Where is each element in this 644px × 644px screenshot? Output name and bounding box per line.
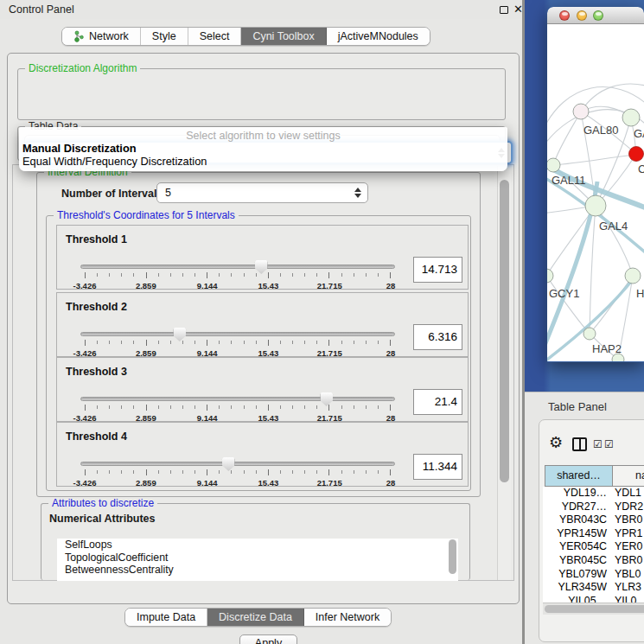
tab-label: Network [89,30,129,42]
application-window: Control Panel ✕ Network Style [0,0,644,644]
cell-shared-name: YBR045C [543,554,612,568]
cell-shared-name: YIL05… [543,595,612,603]
gear-icon[interactable]: ⚙ [549,435,563,450]
tab-impute-data[interactable]: Impute Data [125,609,207,626]
zoom-window-icon[interactable] [593,10,603,21]
tab-jactivemnodules[interactable]: jActiveMNodules [327,28,430,45]
panel-title: Control Panel [9,3,74,16]
settings-scrollpane: Interval Definition Number of Intervals … [12,164,514,581]
column-header-shared-name[interactable]: shared… [545,465,612,487]
threshold-2-panel: Threshold 2 -3.4262.8599.14415.4321.7152… [56,292,469,357]
table-row[interactable]: YLR345WYLR3 [543,581,644,595]
table-row[interactable]: YBL079WYBL0 [543,568,644,582]
node-gal4 [585,195,606,216]
tab-cyni-toolbox[interactable]: Cyni Toolbox [241,28,326,45]
bottom-tabstrip: Impute Data Discretize Data Infer Networ… [124,608,392,627]
horizontal-scrollbar-thumb[interactable] [545,605,644,613]
slider-track[interactable] [80,332,395,336]
threshold-value-field[interactable]: 21.4 [413,389,462,415]
numerical-attributes-label: Numerical Attributes [49,513,155,525]
threshold-1-slider[interactable]: -3.4262.8599.14415.4321.71528 [80,261,395,290]
horizontal-scrollbar-track[interactable] [543,603,644,615]
node-gal80 [573,104,589,119]
checkbox-icon[interactable]: ☑ [604,438,614,450]
cell-name: YBL0 [612,568,644,582]
node-h [625,268,641,284]
column-header-name[interactable]: na [612,465,644,487]
cyni-toolbox-content: Discretization Algorithm Select algorith… [7,53,520,604]
cell-shared-name: YBL079W [543,568,612,582]
node-label-gal11: GAL11 [552,174,586,187]
tab-infer-network[interactable]: Infer Network [304,609,391,626]
table-row[interactable]: YBR045CYBR0 [543,554,644,568]
slider-track[interactable] [80,397,395,401]
network-desktop: GAL80 GA C GAL11 GAL4 GCY1 H HAP2 [525,0,644,392]
threshold-value-field[interactable]: 11.344 [413,454,462,480]
list-item-topologicalcoefficient[interactable]: TopologicalCoefficient [57,552,458,564]
major-ticks [85,469,392,475]
cell-shared-name: YDL19… [543,487,612,501]
vertical-scrollbar-thumb[interactable] [500,180,509,482]
list-item-betweennesscentrality[interactable]: BetweennessCentrality [57,564,458,577]
node-label-hap2: HAP2 [592,342,622,355]
major-ticks [85,340,392,346]
tab-select[interactable]: Select [188,28,242,45]
checkbox-icon[interactable]: ☑ [593,438,603,450]
node-label-h: H [636,287,644,300]
table-row[interactable]: YDL19…YDL1 [543,487,644,501]
tick-label: 28 [386,281,396,290]
apply-button[interactable]: Apply [239,634,297,644]
split-columns-icon[interactable] [572,437,587,451]
control-panel-titlebar: Control Panel ✕ [0,0,522,19]
node-label-gal80: GAL80 [583,124,618,137]
cell-name: YDL1 [612,487,644,501]
table-row[interactable]: YER054CYER0 [543,540,644,554]
tick-label: 15.43 [258,281,279,290]
node-hap2 [583,328,596,340]
close-window-icon[interactable] [559,10,570,21]
threshold-value-field[interactable]: 6.316 [413,324,462,350]
table-header-row: shared… na [545,465,644,487]
tick-labels: -3.4262.8599.14415.4321.71528 [85,281,391,291]
table-row[interactable]: YPR145WYPR1 [543,527,644,541]
float-panel-icon[interactable] [500,6,508,14]
network-canvas[interactable]: GAL80 GA C GAL11 GAL4 GCY1 H HAP2 [547,24,644,361]
tab-style[interactable]: Style [141,28,188,45]
node-gal11 [547,158,560,172]
minimize-window-icon[interactable] [577,10,587,21]
vertical-scrollbar-track[interactable] [497,166,511,580]
tab-discretize-data[interactable]: Discretize Data [207,609,304,626]
popup-item-equal-width-frequency[interactable]: Equal Width/Frequency Discretization [22,155,505,168]
group-title: Attributes to discretize [48,497,157,509]
threshold-4-panel: Threshold 4 -3.4262.8599.14415.4321.7152… [56,422,469,487]
tab-label: Cyni Toolbox [252,30,314,42]
tab-label: Discretize Data [219,611,292,623]
cell-shared-name: YLR345W [543,581,612,595]
threshold-value-field[interactable]: 14.713 [413,257,462,283]
slider-track[interactable] [80,265,395,269]
popup-item-manual-discretization[interactable]: Manual Discretization [22,142,505,155]
table-row[interactable]: YIL05…YIL0 [543,595,644,603]
cell-name: YLR3 [612,581,644,595]
list-scrollbar[interactable] [449,539,456,574]
tick-label: -3.426 [73,281,97,290]
cell-name: YIL0 [612,595,644,603]
table-row[interactable]: YDR27…YDR2 [543,501,644,514]
threshold-4-slider[interactable]: -3.4262.8599.14415.4321.71528 [80,458,395,488]
network-window-titlebar[interactable] [547,7,644,24]
threshold-2-slider[interactable]: -3.4262.8599.14415.4321.71528 [80,328,395,358]
table-rows: YDL19…YDL1YDR27…YDR2YBR043CYBR0YPR145WYP… [543,487,644,603]
table-row[interactable]: YBR043CYBR0 [543,513,644,527]
threshold-3-slider[interactable]: -3.4262.8599.14415.4321.71528 [80,393,395,423]
tab-label: jActiveMNodules [338,30,418,42]
list-item-selfloops[interactable]: SelfLoops [57,539,458,552]
tick-label: 2.859 [136,478,156,488]
top-tabstrip: Network Style Select Cyni Toolbox jActiv… [61,27,430,46]
popup-placeholder: Select algorithm to view settings [19,130,507,142]
slider-track[interactable] [80,462,395,466]
group-title: Threshold's Coordinates for 5 Intervals [54,209,239,221]
threshold-label: Threshold 1 [66,233,127,245]
number-of-intervals-combobox[interactable]: 5 [156,182,368,203]
tab-network[interactable]: Network [62,28,141,45]
table-panel-title: Table Panel [548,400,607,413]
